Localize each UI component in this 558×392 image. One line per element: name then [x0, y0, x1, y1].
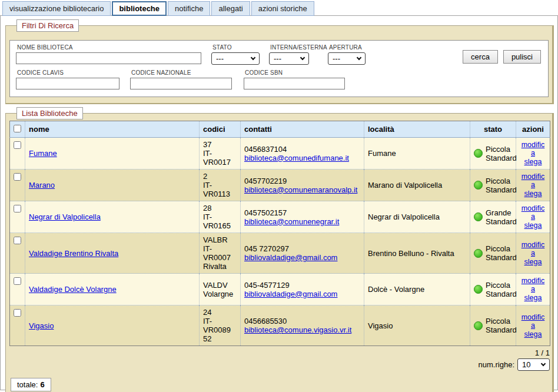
header-codici: codici [200, 121, 241, 138]
library-code-line: IT-VR0007 [203, 244, 237, 262]
clavis-code-input[interactable] [16, 78, 119, 89]
library-name-link[interactable]: Fumane [29, 149, 57, 158]
library-code-line: 24 [203, 308, 237, 317]
library-code-line: VALBR [203, 235, 237, 244]
library-location: Brentino Belluno - Rivalta [364, 233, 470, 274]
unlink-link[interactable]: slega [520, 221, 546, 230]
opening-select-value: --- [333, 54, 340, 63]
rows-per-page-select[interactable]: 10 [517, 358, 550, 371]
status-dot-icon [474, 321, 483, 330]
library-email-link[interactable]: biblioteca@comunenegrar.it [244, 217, 339, 226]
unlink-link[interactable]: slega [520, 158, 546, 166]
clear-button[interactable]: pulisci [503, 50, 541, 64]
unlink-link[interactable]: slega [520, 258, 546, 266]
library-phone: 045 7270297 [244, 244, 360, 253]
search-button[interactable]: cerca [463, 50, 498, 64]
unlink-link[interactable]: slega [520, 294, 546, 302]
state-label: STATO [212, 44, 260, 51]
library-code-line: VALDV [203, 281, 237, 290]
library-email-link[interactable]: biblioteca@comune.vigasio.vr.it [244, 325, 351, 334]
modify-link[interactable]: modifica [520, 277, 546, 293]
library-phone: 0456685530 [244, 317, 360, 325]
library-phone: 0456837104 [244, 145, 360, 154]
tab-allegati[interactable]: allegati [211, 1, 250, 16]
table-row: Vigasio 24IT-VR008952 0456685530 bibliot… [10, 305, 550, 346]
library-code-line: Rivalta [203, 262, 237, 271]
sbn-code-input[interactable] [244, 78, 345, 89]
library-email-link[interactable]: biblioteca@comunemaranovalp.it [244, 185, 357, 194]
library-code-line: IT-VR0089 [203, 317, 237, 334]
header-contatti: contatti [241, 121, 364, 138]
search-filters-box: NOME BIBLIOTECA STATO --- INTERNA/ESTERN… [9, 40, 549, 97]
row-checkbox[interactable] [14, 205, 21, 212]
status-dot-icon [474, 249, 483, 258]
status-text: Grande Standard [486, 208, 517, 226]
chevron-down-icon [541, 361, 546, 366]
status-text: Piccola Standard [486, 281, 517, 298]
modify-link[interactable]: modifica [520, 204, 546, 221]
library-email-link[interactable]: bibliovaldadige@gmail.com [244, 253, 337, 262]
library-name-link[interactable]: Marano [29, 181, 55, 190]
row-checkbox[interactable] [14, 277, 21, 285]
modify-link[interactable]: modifica [520, 241, 546, 257]
unlink-link[interactable]: slega [520, 190, 546, 198]
rows-per-page-label: num.righe: [479, 360, 514, 369]
modify-link[interactable]: modifica [520, 313, 546, 330]
library-location: Vigasio [364, 305, 470, 346]
header-azioni: azioni [516, 121, 550, 138]
tab-azioni-storiche[interactable]: azioni storiche [251, 1, 314, 16]
library-codes: VALDVVolargne [200, 274, 241, 305]
status-dot-icon [474, 285, 483, 294]
table-header-row: nome codici contatti località stato azio… [10, 121, 550, 138]
select-all-checkbox[interactable] [14, 125, 21, 132]
total-value: 6 [40, 380, 44, 389]
opening-select[interactable]: --- [328, 52, 366, 65]
library-location: Fumane [364, 138, 470, 170]
row-checkbox[interactable] [14, 141, 21, 149]
library-name-link[interactable]: Vigasio [29, 321, 54, 330]
modify-link[interactable]: modifica [520, 172, 546, 189]
status-dot-icon [474, 149, 483, 158]
modify-link[interactable]: modifica [520, 141, 546, 157]
row-checkbox[interactable] [14, 237, 21, 244]
row-checkbox[interactable] [14, 173, 21, 181]
row-checkbox[interactable] [14, 309, 21, 317]
table-row: Valdadige Brentino Rivalta VALBRIT-VR000… [10, 233, 550, 274]
header-stato: stato [470, 121, 516, 138]
library-code-line: 37 [203, 140, 237, 149]
national-code-input[interactable] [130, 78, 232, 89]
library-name-input[interactable] [16, 52, 201, 64]
library-name-link[interactable]: Valdadige Dolcè Volargne [29, 285, 117, 294]
library-email-link[interactable]: biblioteca@comunedifumane.it [244, 154, 349, 162]
library-codes: 2IT-VR0113 [200, 170, 241, 201]
tab-notifiche[interactable]: notifiche [168, 1, 210, 16]
library-list-section: Lista Biblioteche nome codici contatti l… [5, 113, 554, 392]
library-phone: 045-4577129 [244, 281, 360, 290]
status-dot-icon [474, 212, 483, 221]
chevron-down-icon [251, 55, 255, 60]
library-code-line: 28 [203, 204, 237, 212]
content-panel: Filtri Di Ricerca NOME BIBLIOTECA STATO … [0, 15, 558, 390]
library-location: Marano di Valpolicella [364, 170, 470, 201]
pagination-indicator: 1 / 1 [9, 346, 550, 357]
internal-external-select[interactable]: --- [269, 52, 309, 65]
tab-visualizzazione-bibliotecario[interactable]: visualizzazione bibliotecario [2, 1, 111, 16]
library-name-link[interactable]: Negrar di Valpolicella [29, 212, 101, 221]
tab-biblioteche[interactable]: biblioteche [112, 1, 167, 16]
status-dot-icon [474, 181, 483, 190]
chevron-down-icon [300, 55, 305, 60]
unlink-link[interactable]: slega [520, 330, 546, 338]
tab-bar: visualizzazione bibliotecariobiblioteche… [0, 0, 558, 15]
library-phone: 0457702219 [244, 177, 360, 185]
library-email-link[interactable]: bibliovaldadige@gmail.com [244, 290, 337, 298]
rows-per-page-value: 10 [522, 360, 530, 369]
status-text: Piccola Standard [486, 317, 517, 334]
sbn-code-label: CODICE SBN [245, 69, 345, 76]
state-select-value: --- [216, 54, 224, 63]
search-filters-section: Filtri Di Ricerca NOME BIBLIOTECA STATO … [5, 25, 554, 104]
library-name-link[interactable]: Valdadige Brentino Rivalta [29, 249, 118, 258]
table-row: Fumane 37IT-VR0017 0456837104 biblioteca… [10, 138, 550, 170]
status-text: Piccola Standard [486, 177, 517, 194]
opening-label: APERTURA [329, 44, 366, 51]
state-select[interactable]: --- [211, 52, 260, 65]
